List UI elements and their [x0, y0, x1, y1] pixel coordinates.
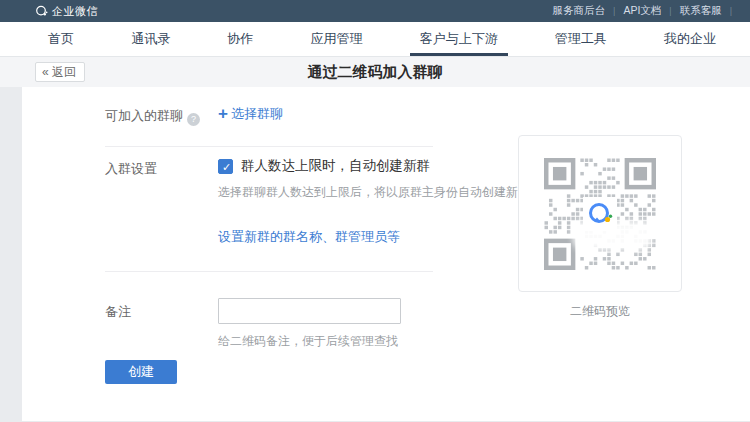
- qr-code: [544, 158, 656, 270]
- join-settings-hint: 选择群聊群人数达到上限后，将以原群主身份自动创建新群: [218, 184, 530, 201]
- nav-item-contacts[interactable]: 通讯录: [125, 22, 176, 56]
- plus-icon: +: [218, 104, 228, 123]
- page-title: 通过二维码加入群聊: [308, 63, 443, 82]
- api-docs-link[interactable]: API文档: [623, 4, 661, 18]
- qr-center-logo-icon: [583, 197, 617, 231]
- create-button[interactable]: 创建: [105, 360, 177, 384]
- nav-item-app-management[interactable]: 应用管理: [304, 22, 368, 56]
- main-nav: 首页 通讯录 协作 应用管理 客户与上下游 管理工具 我的企业: [0, 22, 750, 57]
- contact-support-link[interactable]: 联系客服: [680, 4, 722, 18]
- wechat-work-logo-icon: [35, 5, 48, 18]
- join-settings-label: 入群设置: [105, 160, 157, 178]
- select-group-link[interactable]: +选择群聊: [218, 104, 283, 124]
- content-panel: 可加入的群聊? +选择群聊 入群设置 群人数达上限时，自动创建新群 选择群聊群人…: [22, 87, 750, 421]
- remark-hint: 给二维码备注，便于后续管理查找: [218, 333, 398, 350]
- auto-create-group-checkbox-label[interactable]: 群人数达上限时，自动创建新群: [241, 157, 430, 175]
- nav-item-home[interactable]: 首页: [42, 22, 80, 56]
- joinable-group-label-text: 可加入的群聊: [105, 108, 183, 123]
- divider: |: [669, 6, 671, 16]
- remark-label: 备注: [105, 303, 131, 321]
- nav-item-collaboration[interactable]: 协作: [221, 22, 259, 56]
- info-icon[interactable]: ?: [187, 113, 200, 126]
- topbar-links: 服务商后台 | API文档 | 联系客服 |: [553, 4, 740, 18]
- qr-preview-card: [518, 135, 682, 292]
- brand-name: 企业微信: [52, 4, 98, 19]
- divider: |: [730, 6, 732, 16]
- auto-create-group-checkbox[interactable]: [218, 159, 233, 174]
- topbar: 企业微信 服务商后台 | API文档 | 联系客服 |: [0, 0, 750, 22]
- nav-item-management-tools[interactable]: 管理工具: [549, 22, 613, 56]
- joinable-group-label: 可加入的群聊?: [105, 107, 200, 126]
- nav-item-customers[interactable]: 客户与上下游: [414, 22, 504, 56]
- divider: [105, 146, 433, 147]
- brand: 企业微信: [35, 4, 98, 19]
- remark-input[interactable]: [218, 298, 401, 324]
- new-group-settings-link[interactable]: 设置新群的群名称、群管理员等: [218, 228, 400, 246]
- auto-create-group-checkbox-row[interactable]: 群人数达上限时，自动创建新群: [218, 157, 430, 175]
- divider: [105, 271, 433, 272]
- select-group-link-text: 选择群聊: [231, 106, 283, 121]
- page-header: « 返回 通过二维码加入群聊: [0, 57, 750, 87]
- qr-preview-caption: 二维码预览: [518, 303, 682, 320]
- divider: |: [613, 6, 615, 16]
- back-button[interactable]: « 返回: [35, 62, 85, 82]
- service-provider-link[interactable]: 服务商后台: [553, 4, 606, 18]
- nav-item-my-enterprise[interactable]: 我的企业: [658, 22, 722, 56]
